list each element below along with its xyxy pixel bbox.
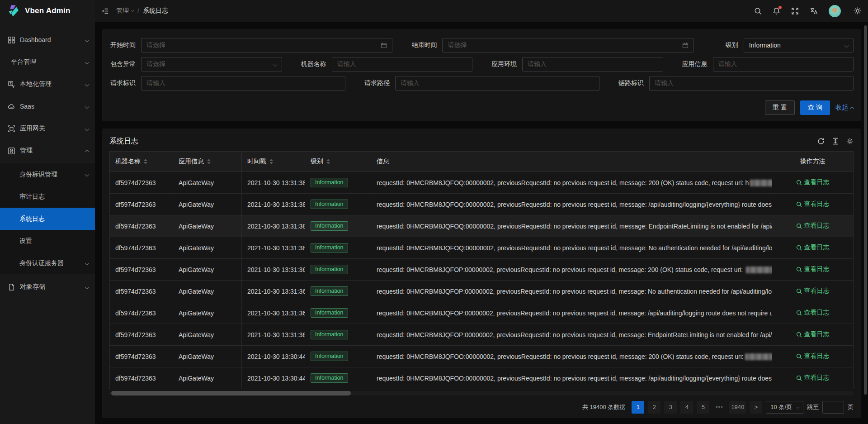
- field-label: 开始时间: [109, 41, 136, 49]
- cell-actions: 查看日志: [772, 324, 854, 346]
- level-badge: Information: [311, 221, 348, 231]
- view-log-link[interactable]: 查看日志: [796, 222, 830, 230]
- trace-id-input[interactable]: 请输入: [649, 76, 854, 91]
- chevron-down-icon: [85, 38, 90, 42]
- page-button[interactable]: 2: [648, 401, 660, 414]
- cell-level: Information: [305, 172, 371, 194]
- collapse-link[interactable]: 收起: [835, 104, 854, 112]
- view-log-link[interactable]: 查看日志: [796, 374, 830, 382]
- view-log-link[interactable]: 查看日志: [796, 265, 830, 273]
- sidebar-menu: Dashboard 平台管理 本地化管理 Saas: [0, 22, 95, 296]
- chevron-up-icon: [850, 106, 854, 110]
- view-log-link[interactable]: 查看日志: [796, 352, 830, 360]
- search-icon[interactable]: [754, 7, 762, 15]
- view-log-link[interactable]: 查看日志: [796, 309, 830, 317]
- cell-level: Information: [305, 194, 371, 215]
- start-time-datepicker[interactable]: 请选择: [141, 38, 392, 52]
- view-log-link[interactable]: 查看日志: [796, 243, 830, 252]
- field-machine-name: 机器名称 请输入: [300, 57, 473, 71]
- menu-fold-icon[interactable]: [101, 7, 109, 15]
- magnifier-icon: [796, 332, 802, 338]
- app-env-input[interactable]: 请输入: [522, 57, 663, 71]
- search-button[interactable]: 查询: [800, 100, 830, 115]
- page-jump-input[interactable]: [822, 401, 844, 414]
- sort-icon[interactable]: [269, 159, 273, 164]
- end-time-datepicker[interactable]: 请选择: [442, 38, 693, 52]
- cell-actions: 查看日志: [772, 215, 854, 237]
- log-message: requestId: 0HMCRBM8JQFOQ:00000002, previ…: [377, 223, 772, 230]
- breadcrumb-section[interactable]: 管理: [116, 7, 134, 15]
- page-button[interactable]: 4: [680, 401, 693, 414]
- level-select[interactable]: Information: [744, 38, 854, 52]
- horizontal-scrollbar-thumb[interactable]: [111, 391, 351, 395]
- sidebar-item-identity-mgmt[interactable]: 身份标识管理: [0, 163, 95, 186]
- settings-gear-icon[interactable]: [854, 7, 862, 15]
- logo[interactable]: Vben Admin: [0, 0, 95, 22]
- app-info-input[interactable]: 请输入: [713, 57, 854, 71]
- magnifier-icon: [796, 201, 802, 207]
- sidebar-item-saas[interactable]: Saas: [0, 97, 95, 116]
- log-message: requestId: 0HMCRBM8JQFOP:00000002, previ…: [377, 288, 772, 295]
- sidebar-item-management[interactable]: 管理: [0, 141, 95, 160]
- request-id-input[interactable]: 请输入: [141, 76, 345, 91]
- field-app-env: 应用环境 请输入: [491, 57, 663, 71]
- reset-button[interactable]: 重置: [765, 100, 795, 115]
- page-button[interactable]: 5: [697, 401, 709, 414]
- view-log-link[interactable]: 查看日志: [796, 330, 830, 338]
- sidebar-item-dashboard[interactable]: Dashboard: [0, 30, 95, 49]
- sort-icon[interactable]: [326, 159, 330, 164]
- saas-cloud-icon: [8, 103, 15, 110]
- log-message: requestId: 0HMCRBM8JQFOO:00000002, previ…: [377, 353, 744, 360]
- sidebar-item-object-storage[interactable]: 对象存储: [0, 277, 95, 296]
- sidebar-item-settings[interactable]: 设置: [0, 230, 95, 252]
- sort-icon[interactable]: [144, 159, 147, 164]
- col-level[interactable]: 级别: [305, 152, 371, 172]
- view-log-label: 查看日志: [804, 309, 830, 317]
- cell-timestamp: 2021-10-30 13:31:36: [242, 324, 305, 346]
- pages-ellipsis[interactable]: •••: [713, 401, 726, 414]
- sidebar-item-auth-server[interactable]: 身份认证服务器: [0, 252, 95, 274]
- horizontal-scrollbar[interactable]: [109, 391, 854, 395]
- sidebar-item-audit-logs[interactable]: 审计日志: [0, 186, 95, 208]
- request-path-input[interactable]: 请输入: [395, 76, 599, 91]
- field-request-path: 请求路径 请输入: [363, 76, 599, 91]
- chevron-down-icon: [844, 43, 849, 48]
- exception-select[interactable]: 请选择: [141, 57, 282, 71]
- sort-icon[interactable]: [207, 159, 211, 164]
- view-log-label: 查看日志: [804, 222, 830, 230]
- cell-message: requestId: 0HMCRBM8JQFOQ:00000002, previ…: [371, 172, 772, 194]
- bell-icon[interactable]: [773, 7, 780, 15]
- sidebar-item-platform-mgmt[interactable]: 平台管理: [0, 52, 95, 71]
- chevron-down-icon: [796, 405, 799, 408]
- field-label: 请求路径: [363, 79, 390, 87]
- view-log-link[interactable]: 查看日志: [796, 287, 830, 295]
- col-machine-name[interactable]: 机器名称: [110, 152, 173, 172]
- fullscreen-icon[interactable]: [791, 7, 799, 15]
- sidebar-item-localization[interactable]: 本地化管理: [0, 75, 95, 94]
- vertical-scrollbar-thumb[interactable]: [864, 25, 867, 395]
- col-app-info[interactable]: 应用信息: [173, 152, 242, 172]
- log-message: requestId: 0HMCRBM8JQFOP:00000002, previ…: [377, 310, 772, 317]
- view-log-label: 查看日志: [804, 265, 830, 273]
- translate-icon[interactable]: [810, 7, 818, 15]
- page-button[interactable]: 1: [632, 401, 644, 414]
- table-row: df5974d72363ApiGateWay2021-10-30 13:30:4…: [110, 346, 854, 367]
- column-settings-icon[interactable]: [846, 138, 854, 145]
- sidebar-item-system-logs[interactable]: 系统日志: [0, 208, 95, 230]
- avatar[interactable]: [829, 5, 841, 17]
- refresh-icon[interactable]: [817, 138, 825, 145]
- cell-message: requestId: 0HMCRBM8JQFOO:00000002, previ…: [371, 346, 772, 367]
- view-log-link[interactable]: 查看日志: [796, 178, 830, 186]
- page-button[interactable]: 3: [664, 401, 677, 414]
- page-button[interactable]: 1940: [729, 401, 746, 414]
- col-timestamp[interactable]: 时间戳: [242, 152, 305, 172]
- page-size-select[interactable]: 10 条/页: [766, 401, 803, 414]
- level-badge: Information: [311, 243, 348, 252]
- chevron-down-icon: [85, 126, 90, 131]
- magnifier-icon: [796, 245, 802, 251]
- next-page-button[interactable]: >: [750, 401, 762, 414]
- view-log-link[interactable]: 查看日志: [796, 200, 830, 208]
- machine-name-input[interactable]: 请输入: [332, 57, 473, 71]
- row-height-icon[interactable]: [832, 138, 839, 145]
- sidebar-item-gateway[interactable]: 应用网关: [0, 119, 95, 138]
